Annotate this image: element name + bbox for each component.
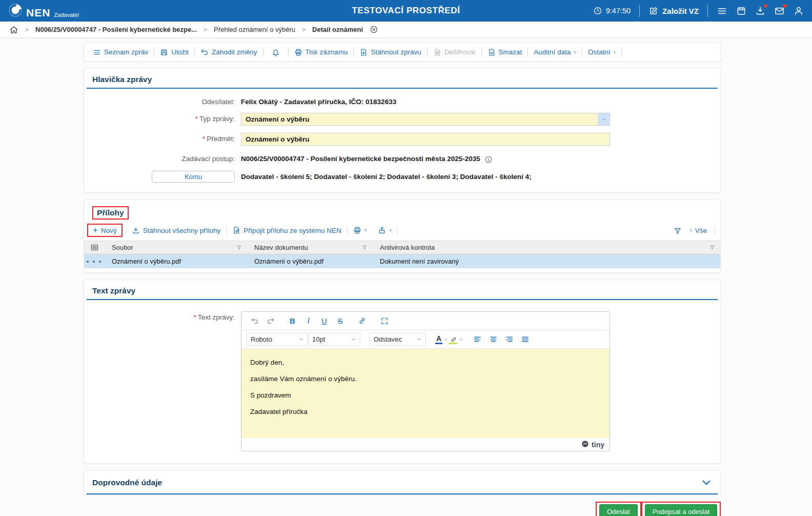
printer-icon [353,226,361,234]
breadcrumb-item-overview[interactable]: Přehled oznámení o výběru [214,26,295,33]
filter-funnel-icon[interactable] [236,245,242,250]
attach-from-nen-button[interactable]: Připojit přílohu ze systému NEN [227,226,347,235]
audit-data-menu[interactable]: Auditní data ▿ [528,48,582,57]
strikethrough-button[interactable]: S [332,314,348,328]
view-all-menu[interactable]: ▿ Vše [687,226,709,235]
underline-button[interactable]: U [316,314,332,328]
recipients-button[interactable]: Komu [152,171,235,183]
brand[interactable]: NEN Zadavatel [8,3,79,19]
download-message-button[interactable]: Stáhnout zprávu [354,48,427,57]
downloads-button[interactable] [755,6,765,16]
plus-icon: + [93,227,98,234]
breadcrumb-separator: > [302,26,306,33]
download-all-attachments-button[interactable]: Stáhnout všechny přílohy [126,226,227,235]
font-size-select[interactable]: 10pt [308,333,360,346]
align-center-icon [489,335,498,344]
align-left-button[interactable] [470,333,485,346]
hamburger-menu-icon [717,6,727,16]
home-button[interactable] [9,25,18,34]
chevron-down-icon: ▿ [689,228,692,233]
undo-icon [251,317,259,325]
font-family-select[interactable]: Roboto [247,333,308,346]
editor-content[interactable]: Dobrý den, zasíláme Vám oznámení o výběr… [241,349,610,438]
column-header-antivirus[interactable]: Antivirová kontrola [373,241,720,254]
printer-icon [294,48,302,56]
subject-value: Oznámení o výběru [246,135,310,143]
new-attachment-button[interactable]: + Nový [92,226,118,235]
filter-button[interactable] [674,226,682,234]
fullscreen-button[interactable] [376,314,392,328]
command-toolbar: Seznam zpráv Uložit Zahodit změny Tisk z… [84,43,721,62]
align-center-button[interactable] [485,333,501,346]
download-message-label: Stáhnout zprávu [371,48,421,56]
discard-changes-button[interactable]: Zahodit změny [195,48,263,57]
message-header-section: Hlavička zprávy Odesílatel: Felix Okátý … [84,68,721,193]
filter-funnel-icon[interactable] [709,245,715,250]
main-menu-button[interactable] [717,6,727,16]
bold-button[interactable]: B [285,314,300,328]
close-tab-button[interactable] [370,25,378,34]
breadcrumb: > N006/25/V00004747 - Posílení kyberneti… [0,22,812,37]
breadcrumb-separator: > [204,26,207,33]
sign-and-send-button[interactable]: Podepsat a odeslat [645,504,717,516]
editor-paragraph: S pozdravem [250,391,601,399]
block-format-select[interactable]: Odstavec [370,333,426,346]
export-attachments-menu[interactable]: ▿ [372,226,397,235]
align-justify-button[interactable] [517,333,533,346]
redo-icon [267,317,275,325]
message-list-button[interactable]: Seznam zpráv [87,48,154,57]
chevron-down-icon: ▿ [613,50,616,55]
attachment-document-cell[interactable]: Oznámení o výběru.pdf [247,257,373,265]
expand-section-button[interactable] [701,477,712,488]
tinymce-brand-label[interactable]: tiny [592,441,604,449]
save-button[interactable]: Uložit [154,48,195,57]
breadcrumb-item-procedure[interactable]: N006/25/V00004747 - Posílení kybernetick… [35,26,197,33]
insert-link-button[interactable] [354,314,370,328]
message-type-select[interactable]: Oznámení o výběru [241,113,610,126]
attachment-antivirus-cell: Dokument není zavirovaný [373,257,720,265]
row-actions-button[interactable]: ● ● ● [84,259,105,264]
delete-label: Smazat [499,48,522,56]
select-dropdown-button[interactable] [598,113,610,125]
calendar-button[interactable] [736,6,746,16]
tinymce-logo-icon[interactable] [581,440,589,449]
print-record-button[interactable]: Tisk záznamu [289,48,354,57]
messages-button[interactable] [774,6,785,16]
highlighter-icon [449,335,457,344]
breadcrumb-separator: > [25,26,29,33]
send-button[interactable]: Odeslat [599,504,638,516]
highlight-color-button[interactable] [449,335,463,344]
notifications-button[interactable] [263,48,289,57]
other-menu[interactable]: Ostatní ▿ [582,48,622,57]
editor-redo-button[interactable] [262,314,278,328]
create-vz-button[interactable]: Založit VZ [648,6,699,16]
column-settings-button[interactable] [84,241,105,254]
chevron-down-icon: ▿ [389,228,392,233]
editor-toolbar-row1: B I U S [241,312,610,330]
link-icon [358,316,367,325]
editor-undo-button[interactable] [247,314,262,328]
attachment-row[interactable]: ● ● ● Oznámení o výběru.pdf ⋮ Oznámení o… [84,254,720,268]
download-tray-icon [132,226,140,234]
align-justify-icon [521,335,530,344]
nen-logo-icon [8,3,23,19]
procedure-info-button[interactable] [484,155,493,164]
print-attachments-menu[interactable]: ▿ [348,226,373,235]
column-header-document[interactable]: Název dokumentu [247,241,373,254]
column-header-file[interactable]: Soubor [105,241,247,254]
procedure-value: N006/25/V00004747 - Posílení kybernetick… [241,155,480,163]
filter-funnel-icon[interactable] [362,245,368,250]
text-color-button[interactable]: A [435,335,449,344]
user-profile-button[interactable] [794,6,804,16]
italic-button[interactable]: I [300,314,316,328]
session-timer: 9:47:50 [593,6,631,15]
subject-input[interactable]: Oznámení o výběru [241,133,610,146]
text-color-icon: A [435,335,442,344]
download-all-label: Stáhnout všechny přílohy [143,227,221,234]
sign-and-send-annotation: Podepsat a odeslat [641,502,721,516]
align-right-button[interactable] [501,333,517,346]
message-text-label: Text zprávy: [92,311,235,321]
delete-button[interactable]: Smazat [482,48,529,57]
paperclip-document-icon [232,226,240,234]
attachment-file-cell[interactable]: Oznámení o výběru.pdf [105,257,247,265]
